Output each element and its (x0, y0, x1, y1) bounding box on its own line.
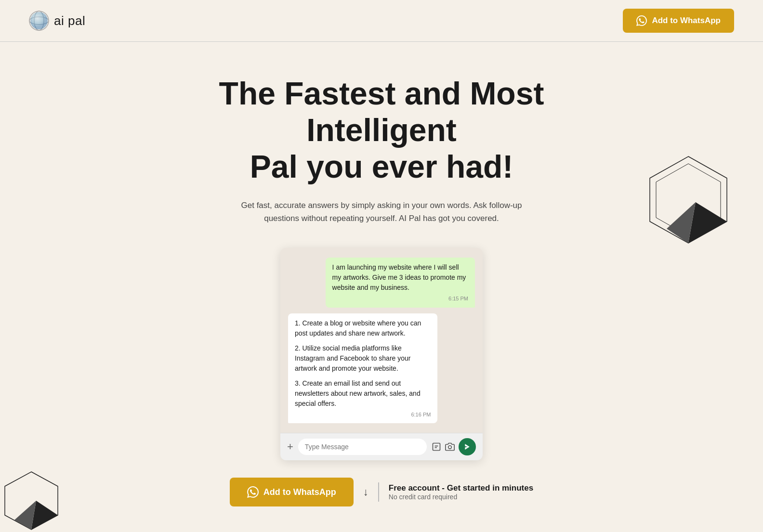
free-text-main: Free account - Get started in minutes (389, 483, 533, 493)
send-message-button[interactable] (459, 438, 476, 455)
hero-subtitle: Get fast, accurate answers by simply ask… (232, 199, 531, 225)
free-account-text: Free account - Get started in minutes No… (389, 483, 533, 501)
logo-icon (29, 11, 49, 31)
chat-type-input[interactable] (298, 439, 427, 455)
decorative-polygon-left (0, 469, 63, 532)
header-whatsapp-button[interactable]: Add to WhatsApp (623, 9, 734, 33)
chat-message-sent: I am launching my website where I will s… (326, 258, 475, 308)
main-whatsapp-label: Add to WhatsApp (263, 487, 336, 497)
whatsapp-icon (636, 15, 647, 26)
note-icon-button[interactable] (432, 442, 441, 452)
main-whatsapp-button[interactable]: Add to WhatsApp (230, 478, 354, 506)
hero-title: The Fastest and Most Intelligent Pal you… (165, 76, 598, 185)
chat-messages: I am launching my website where I will s… (280, 248, 483, 433)
svg-rect-4 (433, 443, 440, 451)
main-content: The Fastest and Most Intelligent Pal you… (0, 42, 763, 506)
header-whatsapp-label: Add to WhatsApp (652, 16, 721, 26)
received-point-2: 2. Utilize social media platforms like I… (295, 343, 431, 374)
chat-input-area: + (280, 433, 483, 460)
chat-input-icons (432, 438, 476, 455)
arrow-down-icon: ↓ (363, 486, 368, 498)
bottom-cta: Add to WhatsApp ↓ Free account - Get sta… (230, 478, 533, 506)
free-text-sub: No credit card required (389, 493, 533, 501)
chat-mockup: I am launching my website where I will s… (280, 248, 483, 460)
camera-icon-button[interactable] (445, 442, 455, 452)
header: ai pal Add to WhatsApp (0, 0, 763, 42)
camera-icon (445, 442, 455, 452)
sent-message-text: I am launching my website where I will s… (332, 263, 466, 291)
send-icon (463, 443, 471, 451)
received-message-time: 6:16 PM (295, 411, 431, 419)
whatsapp-icon-main (247, 486, 259, 498)
svg-point-7 (448, 446, 452, 449)
logo-text: ai pal (54, 13, 85, 28)
svg-point-3 (30, 12, 48, 29)
svg-marker-8 (465, 444, 469, 450)
add-attachment-icon[interactable]: + (287, 441, 293, 453)
received-point-1: 1. Create a blog or website where you ca… (295, 318, 431, 338)
note-icon (432, 442, 441, 452)
divider (378, 482, 379, 502)
logo: ai pal (29, 11, 85, 31)
decorative-polygon-right (643, 154, 734, 246)
sent-message-time: 6:15 PM (332, 295, 468, 303)
chat-message-received: 1. Create a blog or website where you ca… (288, 313, 437, 424)
received-point-3: 3. Create an email list and send out new… (295, 378, 431, 409)
